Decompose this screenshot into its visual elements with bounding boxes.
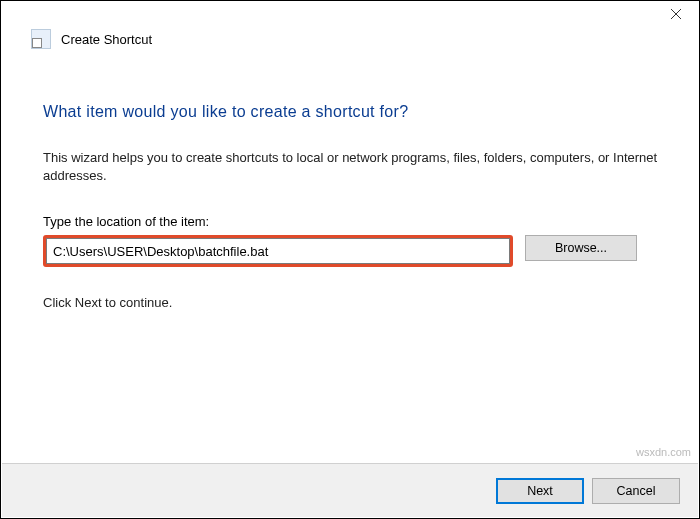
continue-text: Click Next to continue. [43,295,663,310]
create-shortcut-dialog: Create Shortcut What item would you like… [0,0,700,519]
location-input-highlight [43,235,513,267]
close-button[interactable] [653,1,699,27]
location-input[interactable] [46,238,510,264]
titlebar [1,1,699,27]
location-row: Browse... [43,235,663,267]
watermark-text: wsxdn.com [636,446,691,458]
dialog-content: What item would you like to create a sho… [1,57,699,310]
close-icon [671,9,681,19]
dialog-footer: Next Cancel [2,463,698,517]
location-label: Type the location of the item: [43,214,663,229]
cancel-button[interactable]: Cancel [592,478,680,504]
description-text: This wizard helps you to create shortcut… [43,149,663,184]
shortcut-icon [31,29,51,49]
wizard-title: Create Shortcut [61,32,152,47]
page-heading: What item would you like to create a sho… [43,103,663,121]
wizard-header: Create Shortcut [1,27,699,57]
next-button[interactable]: Next [496,478,584,504]
browse-button[interactable]: Browse... [525,235,637,261]
